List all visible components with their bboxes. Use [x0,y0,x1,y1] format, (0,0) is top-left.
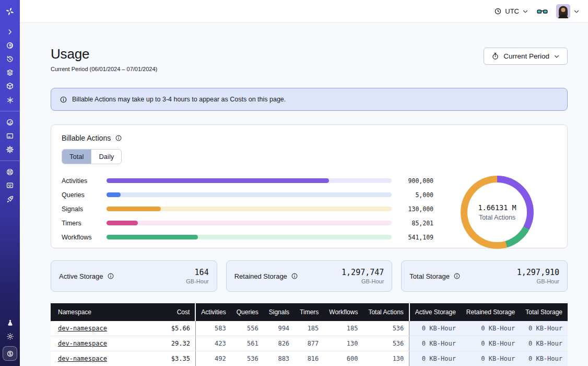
total-storage-card: Total Storage 1,297,910 GB-Hour [401,260,568,292]
flask-icon[interactable] [0,316,20,329]
chevron-down-icon [573,8,580,15]
billing-card-icon[interactable] [0,129,20,143]
account-menu[interactable] [556,4,580,18]
avatar[interactable] [556,4,570,18]
bar-row-activities: Activities 900,000 [62,178,433,184]
storage-cards: Active Storage 164 GB-Hour Retained Stor… [51,260,568,292]
banner-text: Billable Actions may take up to 3-4 hour… [72,96,286,103]
expand-chevron-right-icon[interactable] [0,25,20,39]
billable-actions-chart: Activities 900,000 Queries 5,000 Signals… [62,176,557,249]
period-dropdown-button[interactable]: Current Period [484,48,568,65]
sun-icon[interactable] [0,329,20,343]
donut-total-label: Total Actions [479,214,515,221]
page-subtitle: Current Period (06/01/2024 – 07/01/2024) [51,66,157,72]
history-clock-icon[interactable] [0,52,20,66]
bar-row-workflows: Workflows 541,109 [62,234,433,240]
chevron-down-icon [554,53,560,60]
table-header-row: Namespace Cost Activities Queries Signal… [51,303,568,321]
billable-actions-card: Billable Actions Total Daily Activities … [51,124,568,248]
stopwatch-icon [491,52,499,60]
info-banner: Billable Actions may take up to 3-4 hour… [51,88,568,111]
billable-actions-tabs: Total Daily [62,149,122,164]
info-icon [60,96,67,104]
cube-icon[interactable] [0,79,20,93]
topbar: UTC [20,0,588,23]
table-row: dev-namespace $5.66 583 556 994 185 185 … [51,321,568,336]
chevron-down-icon [522,8,528,15]
glasses-icon[interactable] [537,7,548,16]
retained-storage-value: 1,297,747 [342,268,384,277]
usage-billing-active-item[interactable] [3,346,17,361]
page-title: Usage [51,46,157,62]
period-button-label: Current Period [503,52,549,60]
billable-actions-title: Billable Actions [62,134,111,142]
lifebuoy-icon[interactable] [0,165,20,179]
namespace-link[interactable]: dev-namespace [58,340,107,347]
monitor-face-icon[interactable] [0,179,20,192]
temporal-logo-icon[interactable] [0,4,20,19]
total-actions-donut: 1.66131 M Total Actions [461,176,534,249]
sidebar [0,0,20,366]
sidebar-divider [0,161,20,161]
usage-page: Usage Current Period (06/01/2024 – 07/01… [20,23,588,366]
bar-row-timers: Timers 85,201 [62,220,433,226]
tab-total[interactable]: Total [62,150,91,164]
tab-daily[interactable]: Daily [91,150,121,164]
donut-total-value: 1.66131 M [478,203,516,212]
gear-icon[interactable] [0,143,20,156]
layers-icon[interactable] [0,66,20,79]
namespace-link[interactable]: dev-namespace [58,325,107,332]
eye-swirl-icon[interactable] [0,39,20,52]
info-icon [453,272,461,280]
namespace-usage-table: Namespace Cost Activities Queries Signal… [51,303,568,366]
table-row: dev-namespace $3.35 492 536 883 816 600 … [51,351,568,366]
sidebar-divider [0,111,20,111]
info-icon [291,272,298,280]
total-storage-value: 1,297,910 [517,268,559,277]
rocket-icon[interactable] [0,192,20,206]
timezone-label: UTC [505,7,519,15]
active-storage-value: 164 [186,268,208,277]
bar-row-signals: Signals 130,000 [62,206,433,212]
clock-icon [494,7,502,15]
namespace-link[interactable]: dev-namespace [58,355,107,362]
bar-row-queries: Queries 5,000 [62,192,433,198]
retained-storage-card: Retained Storage 1,297,747 GB-Hour [226,260,393,292]
info-icon [107,272,114,280]
dollar-coin-icon [6,350,14,358]
info-icon [115,134,122,142]
active-storage-card: Active Storage 164 GB-Hour [51,260,217,292]
table-row: dev-namespace 29.32 423 561 826 877 130 … [51,336,568,351]
asterisk-icon[interactable] [0,93,20,107]
gauge-icon[interactable] [0,116,20,129]
timezone-selector[interactable]: UTC [494,7,528,15]
